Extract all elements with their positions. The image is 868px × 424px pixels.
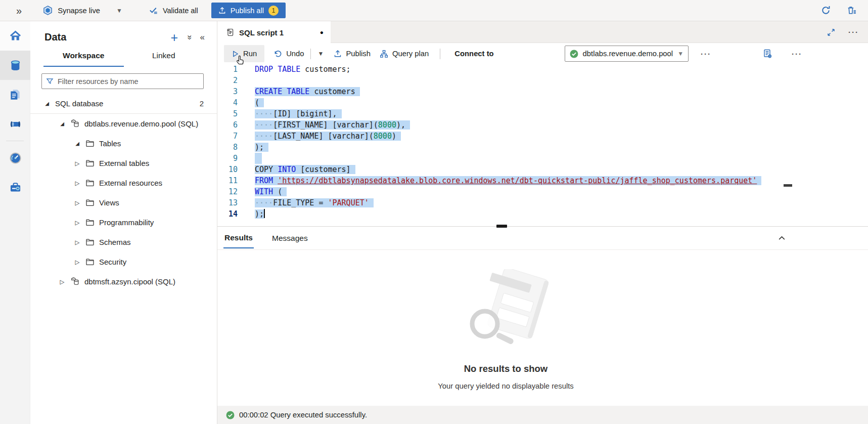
undo-label: Undo <box>286 50 304 58</box>
publish-label: Publish <box>346 50 371 58</box>
nav-monitor[interactable] <box>0 143 30 173</box>
collapse-panel-icon[interactable]: « <box>200 32 205 43</box>
tree-item[interactable]: ▷Programmability <box>30 213 217 232</box>
tree-item[interactable]: ▷Schemas <box>30 232 217 252</box>
nav-develop[interactable] <box>0 80 30 109</box>
code-line[interactable]: 10COPY INTO [customers] <box>217 164 868 175</box>
tab-linked[interactable]: Linked <box>124 51 204 67</box>
toolbar-more-options-icon[interactable]: ··· <box>792 50 802 58</box>
mode-selector[interactable]: Synapse live ▼ <box>43 6 122 15</box>
tree-item[interactable]: ▷dbtmsft.azsyn.cipool (SQL) <box>30 272 217 291</box>
nav-home[interactable] <box>0 21 30 51</box>
text-caret <box>264 209 265 218</box>
code-line[interactable]: 2 <box>217 75 868 86</box>
nav-expand-icon[interactable]: » <box>16 6 22 16</box>
expand-arrow-icon[interactable]: ▷ <box>59 278 66 285</box>
tree-item[interactable]: ◢dbtlabs.revenue.demo.pool (SQL) <box>30 114 217 134</box>
filter-box <box>41 73 204 89</box>
tree-item[interactable]: ◢SQL database2 <box>30 94 217 113</box>
code-line[interactable]: 11FROM 'https://dbtlabsynapsedatalake.bl… <box>217 175 868 186</box>
discard-trash-icon[interactable] <box>846 5 857 16</box>
validate-all-button[interactable]: Validate all <box>149 6 198 15</box>
run-label: Run <box>243 50 257 58</box>
code-line[interactable]: 14); <box>217 208 868 220</box>
tree-item[interactable]: ▷External tables <box>30 153 217 173</box>
selection-highlight: ····FILE_TYPE = 'PARQUET' <box>255 198 374 207</box>
expand-arrow-icon[interactable]: ▷ <box>74 259 81 266</box>
code-line[interactable]: 8); <box>217 142 868 153</box>
collapse-arrow-icon[interactable]: ◢ <box>74 141 81 146</box>
connect-pool-dropdown[interactable]: dbtlabs.revenue.demo.pool ▼ <box>565 46 689 62</box>
tab-more-options-icon[interactable]: ··· <box>848 28 859 36</box>
add-resource-button[interactable]: + <box>170 32 178 43</box>
tab-sql-script-1[interactable]: SQL script 1 ● <box>217 21 331 44</box>
connect-to-label: Connect to <box>454 50 493 58</box>
tree-item[interactable]: ▷External resources <box>30 173 217 193</box>
code-line[interactable]: 7····[LAST_NAME] [varchar](8000) <box>217 131 868 142</box>
selection-highlight: WITH ( <box>255 187 287 196</box>
code-lines: 1DROP TABLE customers;23CREATE TABLE cus… <box>217 64 868 220</box>
toolbox-icon <box>9 181 22 194</box>
nav-integrate[interactable] <box>0 109 30 139</box>
refresh-icon[interactable] <box>820 5 831 16</box>
nav-manage[interactable] <box>0 173 30 202</box>
tab-messages[interactable]: Messages <box>271 228 309 248</box>
scrollbar-marker[interactable] <box>784 184 792 187</box>
gauge-icon <box>9 151 22 165</box>
nav-data[interactable] <box>0 51 30 80</box>
tree-item-label: Programmability <box>99 218 154 227</box>
publish-button[interactable]: Publish <box>334 50 371 58</box>
code-line[interactable]: 13····FILE_TYPE = 'PARQUET' <box>217 197 868 208</box>
empty-results-title: No results to show <box>464 363 548 374</box>
code-line[interactable]: 6····[FIRST_NAME] [varchar](8000), <box>217 119 868 131</box>
line-number: 7 <box>217 131 238 142</box>
sql-script-icon <box>225 28 235 37</box>
collapse-all-icon[interactable]: « <box>184 35 194 39</box>
code-line[interactable]: 12WITH ( <box>217 186 868 197</box>
expand-arrow-icon[interactable]: ▷ <box>74 199 81 206</box>
query-plan-button[interactable]: Query plan <box>380 50 429 58</box>
expand-arrow-icon[interactable]: ▷ <box>74 160 81 167</box>
undo-dropdown-chevron-icon[interactable]: ▼ <box>318 50 324 57</box>
selection-highlight: CREATE TABLE customers <box>255 87 360 96</box>
line-number: 4 <box>217 97 238 108</box>
sql-editor[interactable]: 1DROP TABLE customers;23CREATE TABLE cus… <box>217 64 868 226</box>
tree-item-count: 2 <box>200 99 217 108</box>
data-panel: Data + « « Workspace Linked ◢SQL databas… <box>30 21 217 424</box>
collapse-arrow-icon[interactable]: ◢ <box>59 121 66 126</box>
expand-arrow-icon[interactable]: ▷ <box>74 239 81 246</box>
collapse-arrow-icon[interactable]: ◢ <box>43 101 51 106</box>
folder-icon <box>85 159 95 168</box>
script-properties-icon[interactable] <box>762 49 772 59</box>
tree-item[interactable]: ◢Tables <box>30 134 217 153</box>
code-line[interactable]: 3CREATE TABLE customers <box>217 86 868 97</box>
code-line[interactable]: 5····[ID] [bigint], <box>217 108 868 119</box>
undo-button[interactable]: Undo <box>273 50 304 58</box>
synapse-live-icon <box>43 6 53 15</box>
expand-editor-icon[interactable] <box>827 28 835 36</box>
code-line[interactable]: 9 <box>217 153 868 164</box>
toolbar-divider <box>310 49 311 59</box>
folder-icon <box>85 238 95 247</box>
results-tab-bar: Results Messages <box>217 227 868 249</box>
tree-item[interactable]: ▷Views <box>30 193 217 213</box>
selection-highlight: COPY INTO [customers] <box>255 165 355 174</box>
tab-results[interactable]: Results <box>223 228 254 248</box>
line-number: 9 <box>217 153 238 164</box>
filter-input[interactable] <box>58 77 199 86</box>
line-number: 5 <box>217 108 238 119</box>
tree-item[interactable]: ▷Security <box>30 252 217 272</box>
line-number: 3 <box>217 86 238 97</box>
publish-all-button[interactable]: Publish all 1 <box>211 3 286 18</box>
expand-arrow-icon[interactable]: ▷ <box>74 219 81 226</box>
code-line[interactable]: 4( <box>217 97 868 108</box>
line-number: 1 <box>217 64 238 75</box>
validate-all-label: Validate all <box>163 7 198 15</box>
connect-more-options-icon[interactable]: ··· <box>701 50 711 58</box>
expand-arrow-icon[interactable]: ▷ <box>74 180 81 187</box>
line-number: 10 <box>217 164 238 175</box>
run-button[interactable]: Run <box>224 45 264 62</box>
tab-workspace[interactable]: Workspace <box>43 51 124 67</box>
collapse-results-chevron-icon[interactable] <box>778 234 786 242</box>
code-line[interactable]: 1DROP TABLE customers; <box>217 64 868 75</box>
